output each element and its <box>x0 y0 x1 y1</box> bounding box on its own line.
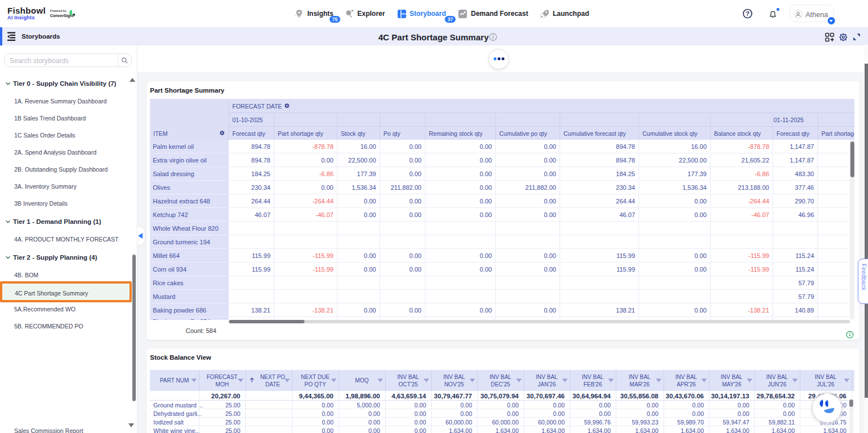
svg-text:?: ? <box>746 10 750 17</box>
